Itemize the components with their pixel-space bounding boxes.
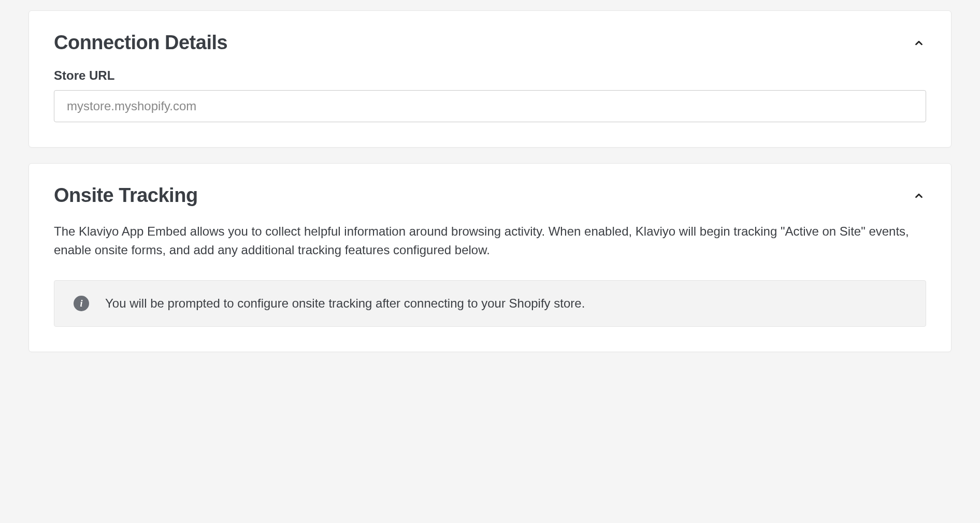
card-header: Onsite Tracking bbox=[54, 184, 926, 207]
collapse-toggle[interactable] bbox=[912, 188, 926, 203]
info-icon: i bbox=[73, 295, 90, 312]
chevron-up-icon bbox=[913, 190, 925, 201]
collapse-toggle[interactable] bbox=[912, 36, 926, 50]
onsite-tracking-description: The Klaviyo App Embed allows you to coll… bbox=[54, 222, 926, 259]
info-icon-glyph: i bbox=[74, 296, 89, 311]
connection-details-title: Connection Details bbox=[54, 32, 227, 54]
info-banner-text: You will be prompted to configure onsite… bbox=[105, 296, 585, 311]
info-banner: i You will be prompted to configure onsi… bbox=[54, 280, 926, 327]
chevron-up-icon bbox=[913, 37, 925, 49]
store-url-input[interactable] bbox=[54, 90, 926, 122]
onsite-tracking-title: Onsite Tracking bbox=[54, 184, 198, 207]
connection-details-card: Connection Details Store URL bbox=[28, 10, 952, 148]
card-header: Connection Details bbox=[54, 32, 926, 54]
store-url-label: Store URL bbox=[54, 68, 926, 83]
onsite-tracking-card: Onsite Tracking The Klaviyo App Embed al… bbox=[28, 163, 952, 352]
